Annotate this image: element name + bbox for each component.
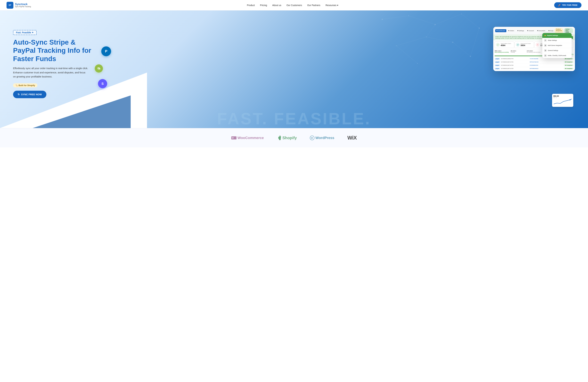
nav-partners[interactable]: Our Partners xyxy=(307,4,320,6)
order-cell-1: 28 orders Pending xyxy=(511,50,525,53)
order-sub-0: Add tracking successfully xyxy=(495,52,509,53)
tracking-link-0[interactable]: 7CX672932958 xyxy=(530,58,563,60)
stripe-float-icon: S xyxy=(98,79,107,88)
shopify-icon xyxy=(277,135,281,141)
nav-pricing[interactable]: Pricing xyxy=(260,4,267,6)
fast-feasible-badge: Fast. Feasible ✦ xyxy=(13,30,37,35)
gateway-tag-0: paypal xyxy=(495,58,500,60)
wordpress-logo: W WordPress xyxy=(310,136,334,140)
nav-links: Product Pricing About us Our Customers O… xyxy=(247,4,338,6)
order-num-3: 927489031283710705 xyxy=(501,68,529,69)
wordpress-icon: W xyxy=(310,136,315,140)
db-nav-dashboard[interactable]: Dashboard xyxy=(495,29,506,32)
status-badge-0: Completed xyxy=(564,58,574,60)
active-plan-badge: Active Plan: FREE xyxy=(564,28,573,33)
synced-icon: ↺ xyxy=(516,43,520,46)
hero-title: Auto-Sync Stripe & PayPal Tracking Info … xyxy=(13,38,91,63)
logo-area[interactable]: ST Synctrack Sync PayPal Tracking xyxy=(6,2,31,9)
svg-text:W: W xyxy=(232,137,234,139)
nav-customers[interactable]: Our Customers xyxy=(287,4,302,6)
stripe-icon: S xyxy=(544,39,546,42)
fulfilled-label: Total Fulfilled Orders xyxy=(501,43,511,44)
stat-synced: ↺ Total Synced Orders 3854 xyxy=(514,42,534,48)
logo-sub: Sync PayPal Tracking xyxy=(15,6,31,7)
sync-arrow-icon: ↻ xyxy=(18,93,20,96)
completed-dot xyxy=(565,58,566,59)
sp-item-general[interactable]: ⚙ General Settings xyxy=(542,48,572,53)
db-badges: Feature Requests Active Plan: FREE xyxy=(555,28,573,33)
tracking-link-3[interactable]: 84F398934M18 xyxy=(530,68,563,69)
order-sub-2: No tracking code/cancelled xyxy=(527,52,542,53)
navbar: ST Synctrack Sync PayPal Tracking Produc… xyxy=(0,0,588,10)
sp-item-multi[interactable]: ⊞ Multi Stores Integration xyxy=(542,43,572,48)
order-count-0: 3854 orders xyxy=(495,50,509,52)
table-row: paypal 927489031283710726 9V365698V535 C… xyxy=(495,64,574,67)
stat-fulfilled: ✓ Total Fulfilled Orders 4084 xyxy=(495,42,514,48)
hero-content: Fast. Feasible ✦ Auto-Sync Stripe & PayP… xyxy=(0,10,588,105)
hero-left: Fast. Feasible ✦ Auto-Sync Stripe & PayP… xyxy=(13,23,91,98)
feature-requests-badge: Feature Requests xyxy=(555,28,563,33)
sync-icon: 🚀 xyxy=(558,4,561,6)
sp-item-stripe[interactable]: S Stripe Settings xyxy=(542,38,572,43)
sp-header: 💳 PayPal Settings xyxy=(542,33,572,38)
gateway-tag-3: paypal xyxy=(495,68,500,69)
order-num-1: 927489031283710700 xyxy=(501,61,529,63)
side-panel-mockup: 💳 PayPal Settings S Stripe Settings ⊞ Mu… xyxy=(542,33,572,58)
watermark-text: FAST. FEASIBLE. xyxy=(0,109,588,128)
chart-amount: $50.00 xyxy=(553,95,572,97)
db-nav-faqs[interactable]: FAQs xyxy=(547,29,555,32)
order-count-2: 144 orders xyxy=(527,50,542,52)
sp-item-mollie[interactable]: M Mollie, Checkify, ClickFunnels xyxy=(542,53,572,58)
table-row: paypal 927489031283710700 55F53276MV29 C… xyxy=(495,61,574,64)
chart-svg xyxy=(553,98,572,105)
chevron-down-icon: ▾ xyxy=(337,4,338,6)
order-cell-0: 3854 orders Add tracking successfully xyxy=(495,50,509,53)
db-nav-orders[interactable]: Orders xyxy=(507,29,515,32)
order-sub-1: Pending xyxy=(511,52,525,53)
woocommerce-logo: W WooCommerce xyxy=(231,136,264,140)
logo-name: Synctrack xyxy=(15,3,31,6)
status-badge-1: Completed xyxy=(564,61,574,63)
mini-chart: $50.00 Mar 20 xyxy=(552,94,573,107)
error-icon: ! xyxy=(536,43,539,46)
db-tracking-table: paypal 927489031283615778 7CX672932958 C… xyxy=(493,56,575,71)
order-num-2: 927489031283710726 xyxy=(501,64,529,66)
gateway-tag-1: paypal xyxy=(495,61,500,63)
tracking-link-1[interactable]: 55F53276MV29 xyxy=(530,61,563,63)
paypal-settings-icon: 💳 xyxy=(544,35,546,36)
hero-section: P 🛍 S Fast. Feasible ✦ Auto-Sync Stripe … xyxy=(0,10,588,128)
tracking-link-2[interactable]: 9V365698V535 xyxy=(530,64,563,66)
logo-icon: ST xyxy=(6,2,13,9)
paypal-float-icon: P xyxy=(101,46,111,56)
order-num-0: 927489031283615778 xyxy=(501,58,529,60)
db-nav-account[interactable]: Account xyxy=(526,29,535,32)
synced-value: 3854 xyxy=(521,44,531,46)
logo-text: Synctrack Sync PayPal Tracking xyxy=(15,3,31,7)
try-for-free-button[interactable]: 🚀 TRY FOR FREE xyxy=(554,2,582,8)
nav-resources[interactable]: Resourses ▾ xyxy=(326,4,338,6)
svg-point-20 xyxy=(569,99,570,100)
partner-logos-section: W WooCommerce Shopify W WordPress WiX xyxy=(0,128,588,147)
order-cell-2: 144 orders No tracking code/cancelled xyxy=(527,50,542,53)
fulfilled-icon: ✓ xyxy=(496,43,500,46)
gateway-tag-2: paypal xyxy=(495,64,500,66)
nav-about[interactable]: About us xyxy=(272,4,281,6)
settings-icon: ⚙ xyxy=(544,49,546,52)
multi-icon: ⊞ xyxy=(544,44,546,46)
table-row: paypal 927489031283710705 84F398934M18 C… xyxy=(495,67,574,70)
synced-label: Total Synced Orders xyxy=(521,43,531,44)
shopify-logo: Shopify xyxy=(277,135,297,141)
shopify-float-icon: 🛍 xyxy=(95,64,103,73)
fulfilled-value: 4084 xyxy=(501,44,511,46)
mollie-icon: M xyxy=(544,54,546,57)
hero-description: Effortlessly sync all your order trackin… xyxy=(13,66,88,79)
woo-icon: W xyxy=(231,136,236,140)
nav-product[interactable]: Product xyxy=(247,4,255,6)
chart-date: Mar 20 xyxy=(553,97,572,98)
wix-logo: WiX xyxy=(347,135,357,141)
db-nav-document[interactable]: Document xyxy=(536,29,546,32)
db-nav-settings[interactable]: Settings xyxy=(516,29,525,32)
built-for-shopify-badge: 🏷️ Built for Shopify xyxy=(13,83,37,87)
order-count-1: 28 orders xyxy=(511,50,525,52)
sync-free-now-button[interactable]: ↻ SYNC FREE NOW xyxy=(13,91,46,98)
